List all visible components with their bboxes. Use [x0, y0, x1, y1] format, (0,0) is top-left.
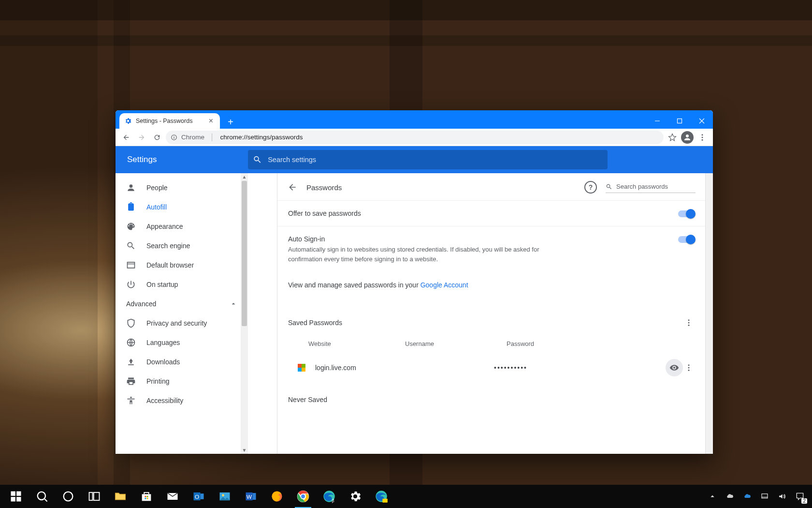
settings-search-input[interactable]	[268, 156, 603, 164]
mail-button[interactable]	[160, 485, 186, 508]
auto-signin-toggle[interactable]	[678, 236, 695, 243]
svg-rect-26	[147, 498, 148, 499]
google-account-link[interactable]: Google Account	[420, 281, 468, 289]
sidebar-item-people[interactable]: People	[116, 178, 248, 197]
panel-back-button[interactable]	[287, 182, 298, 193]
passwords-search[interactable]	[606, 182, 696, 193]
svg-rect-15	[11, 492, 15, 496]
person-icon	[126, 183, 136, 193]
tray-chevron-up-icon[interactable]	[707, 491, 718, 502]
site-info-icon[interactable]	[171, 134, 177, 141]
photos-button[interactable]	[212, 485, 238, 508]
onedrive-icon[interactable]	[724, 491, 736, 502]
entry-menu[interactable]	[683, 362, 695, 374]
search-button[interactable]	[29, 485, 55, 508]
scroll-thumb[interactable]	[242, 181, 247, 326]
settings-search[interactable]	[248, 150, 608, 169]
outlook-button[interactable]: O	[186, 485, 212, 508]
new-tab-button[interactable]: +	[224, 115, 237, 129]
settings-content: Passwords ? Offer to save passwords	[248, 173, 713, 454]
sidebar-item-label: Appearance	[146, 223, 183, 230]
search-icon	[126, 241, 136, 251]
globe-icon	[126, 338, 136, 347]
bookmark-star-icon[interactable]	[666, 131, 679, 144]
svg-rect-45	[762, 494, 768, 498]
svg-rect-25	[145, 498, 146, 499]
sidebar-item-label: Accessibility	[146, 397, 183, 404]
offer-save-toggle[interactable]	[678, 210, 695, 217]
reload-button[interactable]	[150, 131, 164, 144]
col-website: Website	[308, 340, 405, 347]
passwords-search-input[interactable]	[616, 183, 696, 190]
file-explorer-button[interactable]	[107, 485, 133, 508]
cortana-button[interactable]	[55, 485, 81, 508]
word-button[interactable]: W	[238, 485, 264, 508]
windows-settings-button[interactable]	[342, 485, 368, 508]
sidebar-item-printing[interactable]: Printing	[116, 372, 248, 391]
sidebar-item-search-engine[interactable]: Search engine	[116, 236, 248, 255]
svg-point-9	[688, 319, 690, 321]
minimize-button[interactable]	[646, 113, 668, 129]
sidebar-item-languages[interactable]: Languages	[116, 333, 248, 352]
sidebar-scrollbar[interactable]: ▲ ▼	[241, 173, 248, 454]
forward-button[interactable]	[135, 131, 148, 144]
sidebar-item-default-browser[interactable]: Default browser	[116, 255, 248, 275]
password-entry[interactable]: login.live.com ••••••••••	[277, 353, 705, 382]
svg-point-14	[688, 370, 690, 371]
sidebar-advanced-toggle[interactable]: Advanced	[116, 294, 248, 314]
browser-tab-settings[interactable]: Settings - Passwords ×	[119, 113, 220, 129]
sidebar-item-on-startup[interactable]: On startup	[116, 275, 248, 294]
maximize-button[interactable]	[668, 113, 691, 129]
scroll-up-icon[interactable]: ▲	[241, 173, 248, 180]
svg-point-8	[130, 397, 131, 398]
svg-rect-23	[145, 496, 146, 497]
svg-point-12	[688, 364, 690, 366]
omnibox-site: Chrome	[181, 134, 204, 141]
back-button[interactable]	[119, 131, 133, 144]
sidebar-item-downloads[interactable]: Downloads	[116, 352, 248, 372]
browser-toolbar: Chrome │ chrome://settings/passwords	[116, 129, 713, 146]
edge-canary-button[interactable]	[368, 485, 394, 508]
address-bar[interactable]: Chrome │ chrome://settings/passwords	[166, 131, 664, 144]
shield-icon	[126, 318, 136, 328]
window-controls	[646, 113, 713, 129]
passwords-table-header: Website Username Password	[277, 336, 705, 353]
sidebar-item-label: Printing	[146, 377, 169, 385]
sidebar-item-privacy[interactable]: Privacy and security	[116, 314, 248, 333]
volume-icon[interactable]	[776, 491, 788, 502]
notification-badge: 2	[801, 498, 807, 504]
window-close-button[interactable]	[691, 113, 713, 129]
saved-passwords-menu[interactable]	[683, 317, 695, 329]
help-icon[interactable]: ?	[584, 181, 597, 194]
svg-rect-35	[253, 493, 256, 500]
svg-rect-30	[201, 493, 204, 499]
sidebar-item-autofill[interactable]: Autofill	[116, 197, 248, 217]
sidebar-item-label: Downloads	[146, 358, 180, 366]
chrome-button[interactable]	[290, 485, 316, 508]
chevron-up-icon	[230, 300, 237, 308]
action-center-button[interactable]: 2	[794, 490, 806, 503]
profile-avatar[interactable]	[681, 131, 694, 144]
offer-save-label: Offer to save passwords	[288, 209, 678, 217]
col-username: Username	[405, 340, 507, 347]
settings-brand: Settings	[116, 155, 248, 164]
title-bar: Settings - Passwords × +	[116, 110, 713, 129]
edge-beta-button[interactable]: β	[316, 485, 342, 508]
download-icon	[126, 357, 136, 367]
sidebar-item-label: Privacy and security	[146, 319, 207, 327]
palette-icon	[126, 222, 136, 231]
chrome-menu-button[interactable]	[696, 131, 709, 144]
sidebar-item-appearance[interactable]: Appearance	[116, 217, 248, 236]
task-view-button[interactable]	[81, 485, 107, 508]
microsoft-store-button[interactable]	[133, 485, 160, 508]
scroll-down-icon[interactable]: ▼	[241, 447, 248, 454]
show-password-button[interactable]	[666, 359, 683, 376]
sidebar-item-accessibility[interactable]: Accessibility	[116, 391, 248, 410]
touchpad-icon[interactable]	[759, 491, 770, 502]
panel-title: Passwords	[306, 183, 342, 192]
svg-rect-16	[16, 492, 21, 496]
start-button[interactable]	[3, 485, 29, 508]
close-tab-icon[interactable]: ×	[207, 116, 215, 126]
firefox-button[interactable]	[264, 485, 290, 508]
onedrive-synced-icon[interactable]	[741, 491, 753, 502]
